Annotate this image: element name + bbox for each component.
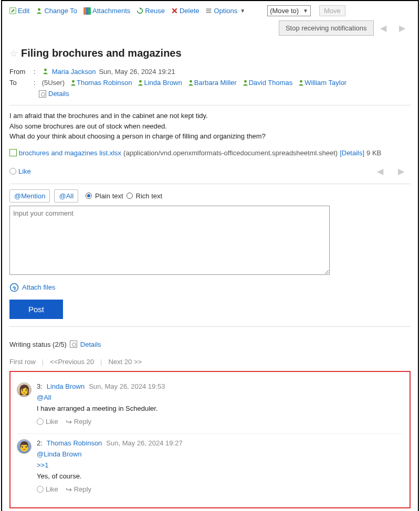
move-button[interactable]: Move: [319, 5, 345, 16]
writing-status-label: Writing status (2/5): [9, 340, 67, 348]
mention-all-button[interactable]: @All: [54, 189, 78, 203]
divider: [9, 105, 411, 105]
person-icon: [137, 79, 144, 86]
svg-point-7: [140, 80, 142, 83]
pagination: First row | <<Previous 20 | Next 20 >>: [9, 358, 411, 366]
mention-button[interactable]: @Mention: [9, 189, 50, 203]
svg-point-1: [38, 8, 40, 11]
comment-item: 👩 3: Linda Brown Sun, May 26, 2024 19:53…: [17, 377, 403, 433]
writing-status-details-link[interactable]: Details: [80, 340, 101, 348]
delete-button[interactable]: Delete: [171, 7, 200, 15]
plain-text-label: Plain text: [95, 192, 123, 200]
details-link[interactable]: Details: [48, 90, 69, 98]
attachments-button[interactable]: Attachments: [83, 7, 130, 15]
svg-rect-3: [206, 10, 212, 12]
comment-mention[interactable]: @Linda Brown: [37, 450, 403, 458]
reply-icon: ↩: [66, 485, 72, 494]
edit-icon: [9, 7, 16, 14]
smile-icon: [37, 486, 44, 493]
attachment-details-link[interactable]: [Details]: [340, 149, 364, 157]
smile-icon: [37, 418, 44, 425]
svg-rect-4: [206, 12, 212, 13]
svg-point-9: [244, 80, 247, 83]
move-to-select[interactable]: (Move to) ▼: [267, 5, 311, 16]
attachment-row: brochures and magazines list.xlsx (appli…: [9, 149, 411, 157]
comment-item: 👨 2: Thomas Robinson Sun, May 26, 2024 1…: [17, 433, 403, 501]
comments-list: 👩 3: Linda Brown Sun, May 26, 2024 19:53…: [9, 371, 411, 508]
comment-like-button[interactable]: Like: [37, 485, 58, 493]
svg-point-6: [72, 80, 75, 83]
comment-date: Sun, May 26, 2024 19:53: [89, 382, 165, 390]
comment-mention[interactable]: @All: [37, 393, 403, 401]
to-count: (5User): [42, 79, 65, 87]
change-to-button[interactable]: Change To: [36, 7, 77, 15]
avatar: 👩: [17, 382, 32, 397]
attach-files-button[interactable]: Attach files: [9, 283, 411, 292]
magnifier-icon: [39, 90, 46, 98]
toolbar: Edit Change To Attachments Reuse Delete …: [9, 5, 411, 18]
file-icon: [9, 149, 17, 156]
divider: [9, 184, 411, 184]
person-icon: [70, 79, 77, 86]
divider: [9, 326, 411, 327]
person-icon: [298, 79, 304, 86]
attachment-mime: (application/vnd.openxmlformats-officedo…: [123, 149, 338, 157]
comment-reply-button[interactable]: ↩Reply: [66, 485, 91, 494]
first-row-link[interactable]: First row: [9, 358, 36, 366]
stop-notifications-button[interactable]: Stop receiving notifications: [279, 20, 374, 36]
caret-down-icon: ▼: [303, 8, 308, 14]
plain-text-radio[interactable]: [86, 193, 92, 199]
options-button[interactable]: Options▼: [205, 7, 245, 15]
comment-date: Sun, May 26, 2024 19:27: [106, 439, 182, 447]
comment-number: 3:: [37, 382, 43, 390]
from-date: Sun, May 26, 2024 19:21: [99, 68, 175, 76]
star-icon[interactable]: ☆: [9, 48, 18, 59]
to-user[interactable]: David Thomas: [242, 79, 293, 87]
svg-point-10: [300, 80, 302, 83]
to-user[interactable]: Linda Brown: [137, 79, 182, 87]
attachments-icon: [83, 7, 91, 15]
comment-author-link[interactable]: Linda Brown: [47, 382, 85, 390]
comment-form: @Mention @All Plain text Rich text Attac…: [9, 189, 411, 319]
smile-icon: [9, 168, 16, 175]
options-icon: [205, 7, 212, 14]
like-button[interactable]: Like: [9, 167, 31, 175]
comment-ref-link[interactable]: >>1: [37, 461, 403, 469]
delete-icon: [171, 7, 178, 14]
prev-page-link[interactable]: <<Previous 20: [50, 358, 94, 366]
person-icon: [42, 68, 49, 74]
reply-icon: ↩: [66, 418, 72, 426]
to-user[interactable]: Barbara Miller: [187, 79, 237, 87]
post-button[interactable]: Post: [9, 300, 63, 319]
comment-textarea[interactable]: [9, 206, 330, 275]
svg-point-8: [190, 80, 192, 83]
nav-arrows[interactable]: ◀ ▶: [377, 166, 411, 176]
edit-button[interactable]: Edit: [9, 7, 29, 15]
nav-arrows[interactable]: ◀ ▶: [380, 23, 411, 33]
message-body: I am afraid that the brochures and in th…: [9, 111, 411, 142]
reuse-button[interactable]: Reuse: [136, 7, 165, 15]
to-label: To: [9, 79, 30, 87]
comment-reply-button[interactable]: ↩Reply: [66, 418, 91, 426]
attachment-link[interactable]: brochures and magazines list.xlsx: [19, 149, 121, 157]
rich-text-radio[interactable]: [127, 193, 133, 199]
page-title: Filing brochures and magazines: [21, 47, 182, 59]
svg-point-5: [44, 69, 47, 71]
to-user[interactable]: William Taylor: [298, 79, 346, 87]
from-label: From: [9, 68, 30, 76]
comment-like-button[interactable]: Like: [37, 418, 58, 425]
person-icon: [187, 79, 194, 86]
to-user[interactable]: Thomas Robinson: [70, 79, 132, 87]
person-icon: [36, 7, 43, 14]
next-page-link[interactable]: Next 20 >>: [108, 358, 142, 366]
comment-author-link[interactable]: Thomas Robinson: [47, 439, 102, 447]
person-icon: [242, 79, 249, 86]
paperclip-icon: [9, 283, 19, 292]
comment-text: I have arranged a meeting in Scheduler.: [37, 404, 403, 412]
reuse-icon: [136, 7, 143, 14]
avatar: 👨: [17, 439, 32, 454]
from-user-link[interactable]: Maria Jackson: [52, 68, 96, 76]
comment-number: 2:: [37, 439, 43, 447]
svg-rect-2: [206, 8, 212, 9]
comment-text: Yes, of course.: [37, 472, 403, 480]
